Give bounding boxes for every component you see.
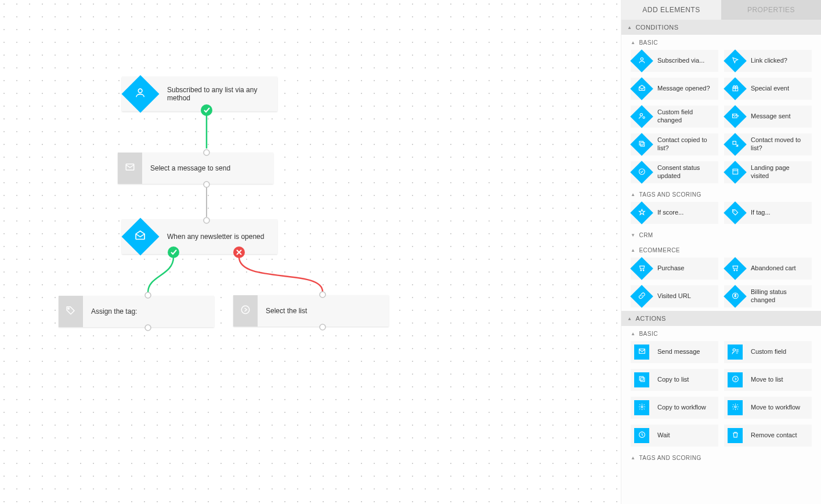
section-conditions[interactable]: ▲CONDITIONS xyxy=(621,20,821,35)
mail-out-icon xyxy=(732,112,739,121)
element-link-clicked[interactable]: Link clicked? xyxy=(724,50,812,72)
svg-rect-23 xyxy=(733,169,738,174)
element-abandoned-cart[interactable]: Abandoned cart xyxy=(724,258,812,280)
element-if-tag[interactable]: If tag... xyxy=(724,202,812,224)
node-subscribed-condition[interactable]: Subscribed to any list via any method xyxy=(122,77,277,111)
element-landing-page-visited[interactable]: Landing page visited xyxy=(724,161,812,183)
subsection-tags-scoring[interactable]: ▲TAGS AND SCORING xyxy=(621,187,821,202)
chevron-up-icon: ▲ xyxy=(631,192,635,197)
subsection-crm[interactable]: ▼CRM xyxy=(621,227,821,242)
chevron-up-icon: ▲ xyxy=(627,316,632,321)
element-subscribed-via[interactable]: Subscribed via... xyxy=(631,50,718,72)
page-icon xyxy=(732,168,739,177)
tag-icon xyxy=(732,208,739,217)
sidebar: ADD ELEMENTS PROPERTIES ▲CONDITIONS ▲BAS… xyxy=(621,0,821,504)
element-copy-to-workflow[interactable]: Copy to workflow xyxy=(631,397,718,419)
mail-icon xyxy=(125,162,135,175)
node-label: Assign the tag: xyxy=(83,307,145,316)
svg-point-34 xyxy=(732,376,738,382)
subsection-ecommerce[interactable]: ▲ECOMMERCE xyxy=(621,242,821,258)
mail-open-icon xyxy=(638,84,646,93)
subsection-basic[interactable]: ▲BASIC xyxy=(621,35,821,50)
sidebar-tabs: ADD ELEMENTS PROPERTIES xyxy=(621,0,821,20)
node-label: Select a message to send xyxy=(142,164,238,172)
cart-icon xyxy=(732,264,739,273)
element-copy-to-list[interactable]: Copy to list xyxy=(631,369,718,391)
gift-icon xyxy=(732,84,739,93)
svg-rect-20 xyxy=(639,141,643,145)
svg-point-28 xyxy=(736,270,737,271)
svg-point-36 xyxy=(734,406,736,408)
cart-check-icon xyxy=(638,264,646,273)
svg-point-24 xyxy=(733,211,734,211)
element-custom-field[interactable]: Custom field xyxy=(724,341,812,363)
clock-icon xyxy=(638,431,646,440)
svg-point-25 xyxy=(641,270,642,271)
svg-point-2 xyxy=(68,307,69,309)
element-move-to-workflow[interactable]: Move to workflow xyxy=(724,397,812,419)
person-list-icon xyxy=(732,347,739,357)
chevron-up-icon: ▲ xyxy=(631,331,635,336)
element-visited-url[interactable]: Visited URL xyxy=(631,285,718,307)
element-special-event[interactable]: Special event xyxy=(724,78,812,100)
node-select-list[interactable]: Select the list xyxy=(233,295,389,327)
element-consent-updated[interactable]: Consent status updated xyxy=(631,161,718,183)
element-message-sent[interactable]: Message sent xyxy=(724,106,812,128)
svg-rect-19 xyxy=(641,142,645,146)
svg-point-26 xyxy=(643,270,644,271)
svg-rect-21 xyxy=(733,141,736,144)
node-opened-condition[interactable]: When any newsletter is opened xyxy=(122,219,277,254)
subsection-actions-tags-scoring[interactable]: ▲TAGS AND SCORING xyxy=(621,450,821,465)
element-custom-field-changed[interactable]: Custom field changed xyxy=(631,106,718,128)
chevron-up-icon: ▲ xyxy=(631,248,635,253)
person-gear-icon xyxy=(638,112,646,121)
person-icon xyxy=(638,56,646,66)
chevron-down-icon: ▼ xyxy=(631,233,635,238)
node-label: When any newsletter is opened xyxy=(159,233,272,241)
element-message-opened[interactable]: Message opened? xyxy=(631,78,718,100)
tag-icon xyxy=(66,305,76,318)
svg-rect-32 xyxy=(641,378,645,382)
svg-point-31 xyxy=(733,349,735,351)
element-send-message[interactable]: Send message xyxy=(631,341,718,363)
element-contact-moved[interactable]: Contact moved to list? xyxy=(724,133,812,155)
element-if-score[interactable]: If score... xyxy=(631,202,718,224)
chevron-up-icon: ▲ xyxy=(631,455,635,461)
copy-icon xyxy=(638,375,646,385)
mail-icon xyxy=(638,347,646,357)
svg-point-27 xyxy=(734,270,735,271)
subsection-actions-basic[interactable]: ▲BASIC xyxy=(621,326,821,341)
element-purchase[interactable]: Purchase xyxy=(631,258,718,280)
check-circle-icon xyxy=(638,168,646,177)
svg-point-0 xyxy=(139,89,143,93)
link-icon xyxy=(638,292,646,301)
svg-point-17 xyxy=(643,117,645,118)
element-contact-copied[interactable]: Contact copied to list? xyxy=(631,133,718,155)
node-select-message[interactable]: Select a message to send xyxy=(118,153,273,184)
trash-icon xyxy=(732,431,739,440)
node-label: Subscribed to any list via any method xyxy=(159,86,277,102)
node-assign-tag[interactable]: Assign the tag: xyxy=(59,296,214,327)
move-icon xyxy=(732,140,739,149)
person-icon xyxy=(135,87,146,101)
svg-point-14 xyxy=(641,57,643,60)
element-move-to-list[interactable]: Move to list xyxy=(724,369,812,391)
element-remove-contact[interactable]: Remove contact xyxy=(724,425,812,447)
dollar-icon xyxy=(732,292,739,301)
workflow-canvas[interactable]: Subscribed to any list via any method Se… xyxy=(0,0,621,504)
gear-icon xyxy=(638,403,646,412)
mail-open-icon xyxy=(135,230,146,244)
svg-point-3 xyxy=(241,306,249,314)
copy-icon xyxy=(638,140,646,149)
svg-point-22 xyxy=(639,169,645,175)
tab-add-elements[interactable]: ADD ELEMENTS xyxy=(621,0,721,20)
gear-icon xyxy=(732,403,739,412)
arrow-circle-icon xyxy=(240,304,251,318)
element-wait[interactable]: Wait xyxy=(631,425,718,447)
svg-point-35 xyxy=(641,406,642,408)
section-actions[interactable]: ▲ACTIONS xyxy=(621,311,821,326)
tab-properties[interactable]: PROPERTIES xyxy=(721,0,821,20)
arrow-circle-icon xyxy=(732,375,739,385)
element-billing-status[interactable]: Billing status changed xyxy=(724,285,812,307)
cursor-icon xyxy=(732,56,739,66)
